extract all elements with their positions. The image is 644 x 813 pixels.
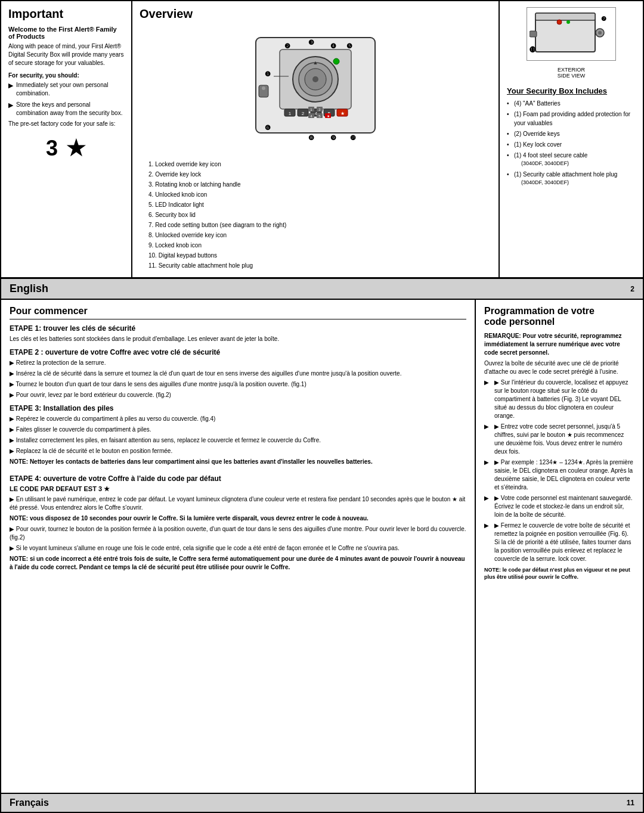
etape4-body3: ▶ Si le voyant lumineux s'allume en roug…	[10, 544, 466, 553]
list-item-11: Security cable attachment hole plug	[148, 261, 491, 271]
prog-title: Programmation de votre code personnel	[484, 306, 634, 327]
diagram-area: ▲ 1 2 4 5 ★ ❶ ❷	[140, 26, 491, 157]
arrow-icon-2: ▶	[8, 101, 13, 110]
welcome-title: Welcome to the First Alert® Family of Pr…	[8, 26, 124, 40]
list-item-1: Locked override key icon	[148, 160, 491, 169]
security-subheading: For security, you should:	[8, 72, 124, 79]
factory-code: 3 ★	[8, 136, 124, 161]
svg-rect-46	[530, 31, 537, 37]
etape3-body3: ▶ Installez correctement les piles, en f…	[10, 436, 466, 445]
english-page-num: 2	[630, 285, 634, 293]
prog-bullet-3: ▶ ▶ Entrez votre code secret personnel, …	[484, 423, 634, 456]
include-item-4: (1) Key lock cover	[507, 140, 636, 149]
security-box-column: ❼ ⓫ EXTERIOR SIDE VIEW Your Security Box…	[500, 1, 643, 277]
etape2-body4: ▶ Pour ouvrir, levez par le bord extérie…	[10, 391, 466, 399]
security-includes-list: (4) "AA" Batteries (1) Foam pad providin…	[507, 99, 636, 187]
prog-body5-text: ▶ Votre code personnel est maintenant sa…	[494, 494, 634, 519]
prog-arrow-6: ▶	[484, 522, 489, 530]
svg-text:★: ★	[327, 114, 330, 118]
etape4-note1: NOTE: vous disposez de 10 secondes pour …	[10, 514, 466, 523]
svg-text:▲: ▲	[313, 60, 318, 66]
svg-point-7	[333, 58, 339, 64]
svg-text:❿: ❿	[350, 134, 356, 141]
etape4-body1: ▶ En utilisant le pavé numérique, entrez…	[10, 495, 466, 512]
prog-bullet-5: ▶ ▶ Votre code personnel est maintenant …	[484, 494, 634, 519]
list-item-7: Red code setting button (see diagram to …	[148, 221, 491, 230]
svg-text:❾: ❾	[330, 134, 336, 141]
important-header: Important	[8, 7, 124, 21]
pour-commencer-title: Pour commencer	[10, 306, 466, 319]
svg-point-29	[262, 86, 265, 90]
exterior-label: EXTERIOR SIDE VIEW	[558, 67, 586, 79]
prog-body4-text: ▶ Par exemple : 1234★ – 1234★. Après la …	[494, 458, 634, 492]
prog-arrow-4: ▶	[484, 458, 489, 467]
svg-point-45	[566, 20, 570, 24]
etape2-body2: ▶ Insérez la clé de sécurité dans la ser…	[10, 370, 466, 378]
english-bar: English 2	[1, 279, 643, 300]
prog-body2-text: ▶ Sur l'intérieur du couvercle, localise…	[494, 378, 634, 420]
prog-bullet-6: ▶ ▶ Fermez le couvercle de votre boîte d…	[484, 522, 634, 563]
prog-body1: Ouvrez la boîte de sécurité avec une clé…	[484, 359, 634, 376]
prog-arrow-2: ▶	[484, 378, 489, 387]
numbered-list: Locked override key icon Override key lo…	[140, 160, 491, 271]
top-section: Important Welcome to the First Alert® Fa…	[1, 1, 643, 279]
bullet-2: ▶ Store the keys and personal combinatio…	[8, 101, 124, 117]
list-item-6: Security box lid	[148, 210, 491, 220]
francais-label: Français	[10, 798, 49, 808]
prog-bullet-2: ▶ ▶ Sur l'intérieur du couvercle, locali…	[484, 378, 634, 420]
safe-diagram-svg: ▲ 1 2 4 5 ★ ❶ ❷	[220, 26, 411, 157]
security-box-includes-header: Your Security Box Includes	[507, 86, 636, 95]
french-section: Pour commencer ETAPE 1: trouver les clés…	[1, 300, 643, 793]
svg-text:❶: ❶	[265, 70, 271, 77]
list-item-10: Digital keypad buttons	[148, 251, 491, 260]
svg-text:❸: ❸	[308, 39, 314, 46]
etape3-body1: ▶ Repérez le couvercle du compartiment à…	[10, 415, 466, 423]
include-item-5: (1) 4 foot steel secure cable (3040DF, 3…	[507, 151, 636, 168]
svg-text:❻: ❻	[265, 124, 271, 131]
bullet-2-text: Store the keys and personal combination …	[16, 101, 124, 117]
factory-code-label: The pre-set factory code for your safe i…	[8, 120, 124, 127]
etape3-body4: ▶ Replacez la clé de sécurité et le bout…	[10, 447, 466, 455]
etape3-title: ETAPE 3: Installation des piles	[10, 404, 466, 412]
svg-point-44	[557, 20, 562, 24]
french-left: Pour commencer ETAPE 1: trouver les clés…	[1, 300, 476, 793]
important-column: Important Welcome to the First Alert® Fa…	[1, 1, 132, 277]
svg-text:❺: ❺	[346, 42, 352, 49]
list-item-4: Unlocked knob icon	[148, 190, 491, 200]
list-item-3: Rotating knob or latching handle	[148, 180, 491, 190]
le-code-label: LE CODE PAR DEFAUT EST 3 ★	[10, 485, 466, 493]
etape1-body: Les clés et les batteries sont stockées …	[10, 335, 466, 343]
list-item-8: Unlocked override key icon	[148, 231, 491, 240]
svg-point-5	[312, 76, 318, 82]
svg-text:⓫: ⓫	[530, 46, 536, 53]
english-label: English	[10, 283, 48, 295]
include-item-6: (1) Security cable attachment hole plug …	[507, 170, 636, 187]
etape1-title: ETAPE 1: trouver les clés de sécurité	[10, 324, 466, 333]
list-item-5: LED Indicator light	[148, 200, 491, 210]
etape2-body3: ▶ Tournez le bouton d'un quart de tour d…	[10, 380, 466, 389]
etape3-body2: ▶ Faites glisser le couvercle du compart…	[10, 426, 466, 434]
etape2-body1: ▶ Retirez la protection de la serrure.	[10, 359, 466, 367]
list-item-9: Locked knob icon	[148, 241, 491, 250]
include-item-2: (1) Foam pad providing added protection …	[507, 110, 636, 128]
overview-column: Overview ▲	[132, 1, 500, 277]
svg-point-43	[598, 31, 602, 35]
svg-text:1: 1	[289, 111, 292, 116]
bullet-1: ▶ Immediately set your own personal comb…	[8, 81, 124, 98]
include-item-1: (4) "AA" Batteries	[507, 99, 636, 108]
etape4-body2: ▶ Pour ouvrir, tournez le bouton de la p…	[10, 525, 466, 542]
svg-text:2: 2	[302, 111, 305, 116]
bottom-bar: Français 11	[1, 793, 643, 812]
prog-note: NOTE: le code par défaut n'est plus en v…	[484, 567, 634, 581]
side-view-svg: ❼ ⓫	[530, 10, 613, 58]
svg-text:★: ★	[340, 111, 345, 116]
prog-body6-text: ▶ Fermez le couvercle de votre boîte de …	[494, 522, 634, 563]
prog-body3-text: ▶ Entrez votre code secret personnel, ju…	[494, 423, 634, 456]
bullet-1-text: Immediately set your own personal combin…	[16, 81, 124, 98]
svg-text:❹: ❹	[330, 42, 336, 49]
francais-page-num: 11	[627, 799, 634, 807]
svg-rect-41	[535, 13, 595, 20]
svg-text:❷: ❷	[284, 42, 290, 49]
list-item-2: Override key lock	[148, 170, 491, 179]
etape3-note: NOTE: Nettoyer les contacts de batteries…	[10, 458, 466, 466]
